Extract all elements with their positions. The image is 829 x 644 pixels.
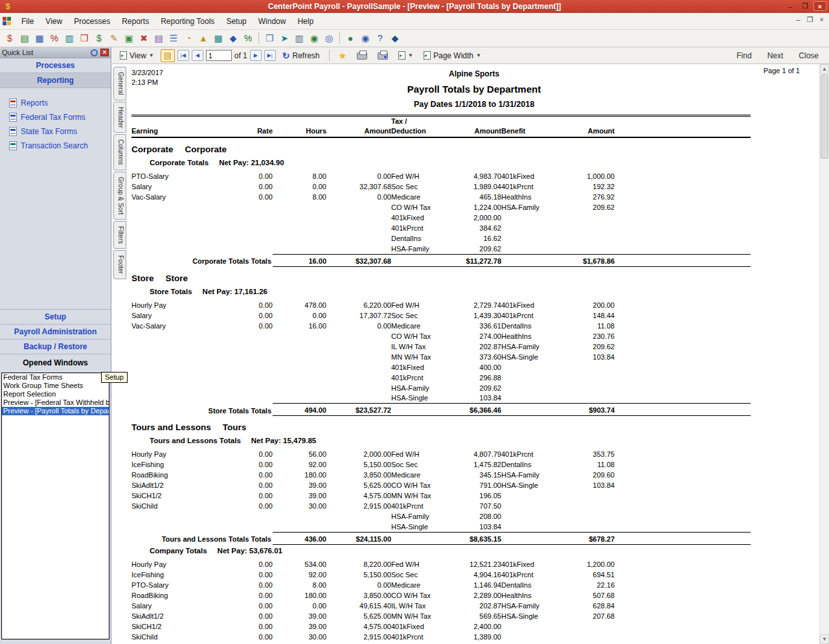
tab-footer[interactable]: Footer xyxy=(113,250,126,279)
favorite-button[interactable]: ★ xyxy=(335,49,351,63)
report-row: SkiAdlt1/20.0039.005,625.00MN W/H Tax569… xyxy=(131,611,751,621)
transaction-search-icon xyxy=(9,141,17,150)
ledger-icon[interactable]: ▤ xyxy=(152,32,166,45)
sidebar-item-reporting[interactable]: Reporting xyxy=(0,73,111,88)
title-bar: $ CenterPoint Payroll - PayrollSample - … xyxy=(0,0,829,13)
refresh-button[interactable]: ↻ Refresh xyxy=(278,49,324,63)
annotation-toggle-button[interactable]: ▤ xyxy=(161,49,175,62)
void-icon[interactable]: ✖ xyxy=(137,32,151,45)
quick-entry-icon[interactable]: ▲ xyxy=(196,32,210,45)
about-icon[interactable]: ◆ xyxy=(388,32,402,45)
calculator-icon[interactable]: ☰ xyxy=(166,32,181,45)
mdi-minimize-button[interactable]: – xyxy=(797,16,801,24)
close-preview-button[interactable]: Close xyxy=(792,49,825,62)
pay-employees-icon[interactable]: ▤ xyxy=(17,32,32,45)
print-button[interactable] xyxy=(353,49,371,62)
sidebar-item-reports[interactable]: Reports xyxy=(0,96,111,110)
menu-window[interactable]: Window xyxy=(253,14,292,29)
view-label: View xyxy=(130,51,146,60)
new-window-icon[interactable]: ❒ xyxy=(262,32,277,45)
sidebar-item-state-tax-forms[interactable]: State Tax Forms xyxy=(0,124,111,139)
opened-window-item[interactable]: Federal Tax Forms xyxy=(2,373,109,382)
menu-setup[interactable]: Setup xyxy=(220,14,252,29)
sidebar-item-payroll-administration[interactable]: Payroll Administration xyxy=(0,325,111,339)
print-checks-icon[interactable]: ❒ xyxy=(77,32,91,45)
spreadsheet-icon[interactable]: ▣ xyxy=(122,32,136,45)
report-preview-pane: View ▼ ▤ |◀ ◀ of 1 ▶ ▶| ↻ Refresh ★ xyxy=(112,47,829,644)
find-button[interactable]: Find xyxy=(730,49,758,62)
tab-header[interactable]: Header xyxy=(113,102,126,133)
report-totals-row: Tours and Lessons Totals Totals436.00$24… xyxy=(131,532,751,544)
report-row: SkiChild0.0030.002,915.00401kPrcnt707.50 xyxy=(131,501,751,511)
page-number-input[interactable] xyxy=(206,50,232,61)
opened-window-item[interactable]: Report Selection xyxy=(2,390,109,398)
menu-reports[interactable]: Reports xyxy=(116,14,155,29)
quick-list-close-icon[interactable]: × xyxy=(100,49,109,56)
system-menu-icon[interactable] xyxy=(3,17,12,26)
menu-help[interactable]: Help xyxy=(291,14,319,29)
mdi-restore-button[interactable]: ❐ xyxy=(807,16,813,24)
scrollbar-thumb[interactable] xyxy=(821,75,828,159)
sidebar-item-processes[interactable]: Processes xyxy=(0,58,111,73)
opened-window-item[interactable]: Work Group Time Sheets xyxy=(2,382,109,390)
sidebar-item-federal-tax-forms[interactable]: Federal Tax Forms xyxy=(0,110,111,124)
chart-icon[interactable]: ◆ xyxy=(226,32,240,45)
tab-columns[interactable]: Columns xyxy=(113,134,126,170)
opened-window-item[interactable]: Preview - [Federal Tax Withheld b xyxy=(2,398,109,407)
taxes-icon[interactable]: % xyxy=(47,32,62,45)
edit-icon[interactable]: ✎ xyxy=(107,32,121,45)
report-row: HSA-Family209.62 xyxy=(131,383,751,393)
setup-tooltip: Setup xyxy=(101,372,128,383)
opened-window-item[interactable]: Preview - [Payroll Totals by Depart xyxy=(2,407,109,415)
tab-filters[interactable]: Filters xyxy=(113,221,126,249)
search-icon[interactable]: ◎ xyxy=(322,32,336,45)
menu-reporting-tools[interactable]: Reporting Tools xyxy=(155,14,220,29)
export-button[interactable]: ▼ xyxy=(394,49,417,62)
help-icon[interactable]: ? xyxy=(373,32,387,45)
company-icon[interactable]: ▦ xyxy=(211,32,225,45)
globe-money-icon[interactable]: ◉ xyxy=(307,32,321,45)
report-preview-icon[interactable]: ▥ xyxy=(292,32,306,45)
tab-group-sort[interactable]: Group & Sort xyxy=(113,172,126,220)
first-page-button[interactable]: |◀ xyxy=(177,50,189,61)
find-next-button[interactable]: Next xyxy=(761,49,790,62)
zoom-dropdown[interactable]: Page Width ▼ xyxy=(420,49,485,62)
minimize-button[interactable]: – xyxy=(784,1,797,11)
previous-page-button[interactable]: ◀ xyxy=(192,50,203,61)
vertical-scrollbar[interactable]: ▲ ▼ xyxy=(819,64,829,644)
mdi-close-button[interactable]: × xyxy=(820,16,824,24)
window-title: CenterPoint Payroll - PayrollSample - [P… xyxy=(0,2,829,11)
menu-file[interactable]: File xyxy=(16,14,40,29)
money-icon[interactable]: $ xyxy=(92,32,106,45)
reports-icon[interactable]: ▥ xyxy=(62,32,76,45)
web-icon[interactable]: ◉ xyxy=(358,32,372,45)
printer-settings-icon xyxy=(378,52,388,60)
report-header: 3/23/2017 2:13 PM Page 1 of 1 Alpine Spo… xyxy=(129,64,819,115)
menu-processes[interactable]: Processes xyxy=(68,14,116,29)
tab-general[interactable]: General xyxy=(113,67,126,100)
menu-view[interactable]: View xyxy=(40,14,68,29)
scroll-up-icon[interactable]: ▲ xyxy=(820,64,829,74)
time-sheets-icon[interactable]: ▦ xyxy=(32,32,47,45)
payroll-entry-icon[interactable]: $ xyxy=(3,32,17,45)
world-icon[interactable]: ● xyxy=(343,32,358,45)
next-page-button[interactable]: ▶ xyxy=(250,50,262,61)
pin-icon[interactable] xyxy=(91,49,98,56)
time-clock-icon[interactable]: ◔ xyxy=(181,32,196,45)
report-company-name: Alpine Sports xyxy=(129,69,819,78)
restore-button[interactable]: ❐ xyxy=(799,1,812,11)
reports-icon xyxy=(9,98,17,108)
view-dropdown[interactable]: View ▼ xyxy=(116,49,158,62)
percent-icon[interactable]: % xyxy=(241,32,255,45)
last-page-button[interactable]: ▶| xyxy=(264,50,276,61)
close-button[interactable]: × xyxy=(813,1,826,11)
pointer-icon[interactable]: ➤ xyxy=(277,32,291,45)
report-row: Vac-Salary0.0016.000.00Medicare336.61Den… xyxy=(131,321,751,331)
print-setup-button[interactable] xyxy=(374,49,392,62)
main-area: Quick List × Processes Reporting Reports… xyxy=(0,47,829,644)
sidebar-item-setup[interactable]: Setup xyxy=(0,309,111,325)
sidebar-item-transaction-search[interactable]: Transaction Search xyxy=(0,139,111,153)
preview-body: GeneralHeaderColumnsGroup & SortFiltersF… xyxy=(112,64,829,644)
scroll-down-icon[interactable]: ▼ xyxy=(820,634,829,644)
sidebar-item-backup-restore[interactable]: Backup / Restore xyxy=(0,339,111,354)
